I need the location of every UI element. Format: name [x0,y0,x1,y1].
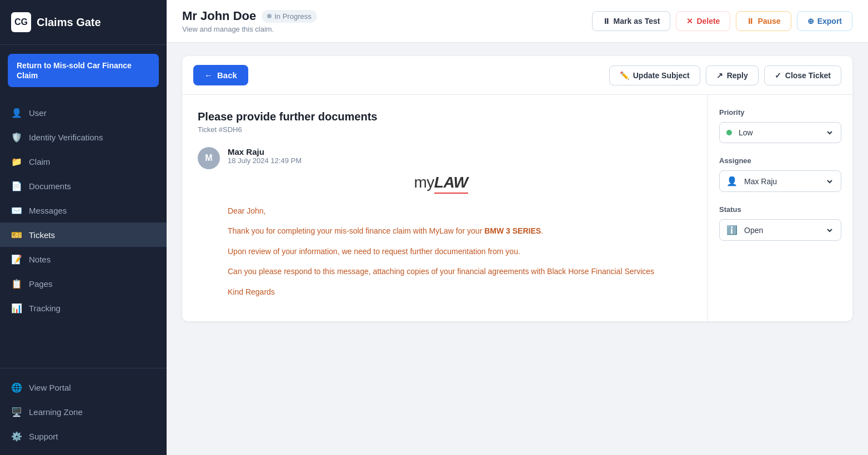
claim-name: Mr John Doe [182,9,256,23]
priority-section: Priority Low Medium High [719,108,841,143]
priority-wrapper: Low Medium High [719,122,841,143]
globe-icon: 🌐 [11,382,22,393]
status-section: Status ℹ️ Open Closed Pending [719,205,841,241]
delete-button[interactable]: ✕ Delete [676,11,730,31]
mail-icon: ✉️ [11,205,22,216]
status-select[interactable]: Open Closed Pending [742,225,834,235]
app-logo: CG Claims Gate [0,0,167,45]
priority-select[interactable]: Low Medium High [736,128,834,138]
sidebar-item-tickets[interactable]: 🎫 Tickets [0,223,167,247]
sidebar-item-documents[interactable]: 📄 Documents [0,174,167,198]
sidebar-item-label: Identity Verifications [29,133,103,142]
avatar: M [198,147,220,169]
ticket-toolbar: ← Back ✏️ Update Subject ↗ Reply ✓ Close… [182,56,852,95]
main-content: Mr John Doe In Progress View and manage … [167,0,868,455]
assignee-section: Assignee 👤 Max Raju [719,156,841,192]
sidebar-nav: 👤 User 🛡️ Identity Verifications 📁 Claim… [0,96,167,368]
status-label: Status [719,205,841,214]
sidebar-item-label: Messages [29,206,67,215]
email-closing: Kind Regards [228,286,654,298]
sidebar-item-label: Learning Zone [29,407,83,417]
sidebar: CG Claims Gate Return to Mis-sold Car Fi… [0,0,167,455]
sidebar-item-view-portal[interactable]: 🌐 View Portal [0,375,167,400]
pause-button[interactable]: ⏸ Pause [736,11,791,31]
message-content-wrapper: Max Raju 18 July 2024 12:49 PM myLAW Dea… [228,147,654,306]
arrow-left-icon: ← [204,70,213,80]
ticket-subject: Please provide further documents [198,110,692,123]
document-icon: 📄 [11,180,22,191]
content-area: ← Back ✏️ Update Subject ↗ Reply ✓ Close… [167,43,868,455]
person-icon: 👤 [726,176,737,186]
check-circle-icon: ✓ [775,71,781,80]
notes-icon: 📝 [11,254,22,265]
tracking-icon: 📊 [11,302,22,314]
x-icon: ✕ [686,17,693,26]
claim-subtitle: View and manage this claim. [182,25,317,33]
email-paragraph2: Upon review of your information, we need… [228,245,654,257]
sidebar-item-label: Claim [29,157,50,166]
priority-dot [726,130,732,135]
logo-icon: CG [11,12,31,32]
mylaw-logo-text: myLAW [414,174,468,191]
back-to-claim-button[interactable]: Return to Mis-sold Car Finance Claim [8,54,159,87]
ticket-body: Please provide further documents Ticket … [182,95,852,321]
mark-as-test-button[interactable]: ⏸ Mark as Test [592,11,671,31]
info-icon: ℹ️ [726,225,737,235]
assignee-select[interactable]: Max Raju [742,176,834,186]
claim-info: Mr John Doe In Progress View and manage … [182,9,317,33]
email-paragraph3: Can you please respond to this message, … [228,265,654,277]
close-ticket-button[interactable]: ✓ Close Ticket [764,65,841,85]
email-greeting: Dear John, [228,205,654,217]
shield-icon: 🛡️ [11,132,22,143]
status-text: In Progress [274,12,311,21]
header-actions: ⏸ Mark as Test ✕ Delete ⏸ Pause ⊕ Export [592,11,852,31]
sidebar-item-messages[interactable]: ✉️ Messages [0,198,167,223]
sidebar-item-tracking[interactable]: 📊 Tracking [0,296,167,320]
email-body: Dear John, Thank you for completing your… [228,205,654,298]
sidebar-item-pages[interactable]: 📋 Pages [0,271,167,296]
export-button[interactable]: ⊕ Export [797,11,852,31]
logo-text: Claims Gate [37,16,101,29]
message-content: myLAW Dear John, Thank you for completin… [228,174,654,298]
assignee-label: Assignee [719,156,841,165]
update-subject-button[interactable]: ✏️ Update Subject [609,65,700,85]
sidebar-item-learning-zone[interactable]: 🖥️ Learning Zone [0,400,167,424]
sidebar-bottom: 🌐 View Portal 🖥️ Learning Zone ⚙️ Suppor… [0,368,167,455]
sidebar-item-support[interactable]: ⚙️ Support [0,424,167,448]
back-button[interactable]: ← Back [193,65,248,85]
sidebar-item-label: View Portal [29,383,71,392]
reply-icon: ↗ [716,71,723,80]
ticket-sidebar-panel: Priority Low Medium High Assignee [708,95,852,321]
reply-button[interactable]: ↗ Reply [706,65,759,85]
pause-icon: ⏸ [603,17,610,26]
support-icon: ⚙️ [11,431,22,442]
monitor-icon: 🖥️ [11,406,22,417]
sidebar-item-label: Support [29,432,58,441]
export-icon: ⊕ [807,17,814,26]
folder-icon: 📁 [11,156,22,167]
status-badge: In Progress [262,10,317,23]
sidebar-item-notes[interactable]: 📝 Notes [0,247,167,271]
ticket-id: Ticket #SDH6 [198,125,692,134]
email-paragraph1: Thank you for completing your mis-sold f… [228,225,654,237]
ticket-card: ← Back ✏️ Update Subject ↗ Reply ✓ Close… [182,56,852,321]
sidebar-item-identity[interactable]: 🛡️ Identity Verifications [0,125,167,149]
sidebar-item-label: Pages [29,279,53,289]
claim-title: Mr John Doe In Progress [182,9,317,23]
sidebar-item-user[interactable]: 👤 User [0,100,167,125]
pencil-icon: ✏️ [620,71,629,80]
sidebar-item-label: Documents [29,181,71,191]
sidebar-item-label: Tickets [29,230,55,240]
assignee-wrapper: 👤 Max Raju [719,170,841,192]
message-block: M Max Raju 18 July 2024 12:49 PM myLAW [198,147,692,306]
ticket-icon: 🎫 [11,229,22,240]
sidebar-item-label: Tracking [29,304,61,313]
sidebar-item-claim[interactable]: 📁 Claim [0,149,167,174]
status-wrapper: ℹ️ Open Closed Pending [719,219,841,241]
top-header: Mr John Doe In Progress View and manage … [167,0,868,43]
message-date: 18 July 2024 12:49 PM [228,156,654,165]
sidebar-item-label: Notes [29,255,51,264]
ticket-main: Please provide further documents Ticket … [182,95,708,321]
sidebar-item-label: User [29,108,47,118]
message-author: Max Raju [228,147,654,156]
